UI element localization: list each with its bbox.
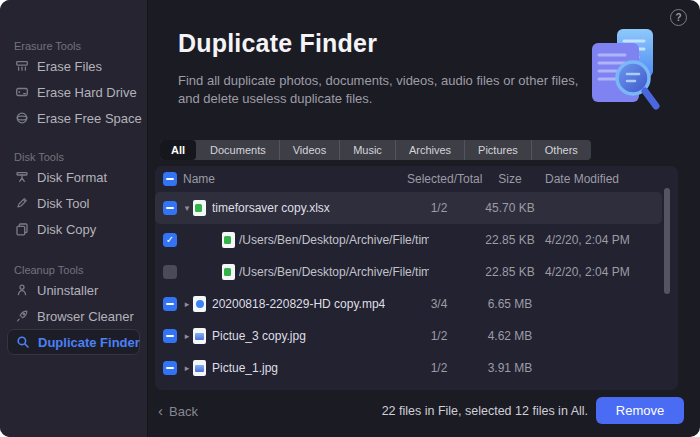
sidebar-section-disk-tools: Disk Tools [14,150,147,164]
selection-status-text: 22 files in File, selected 12 files in A… [382,404,588,418]
video-file-icon [193,296,206,312]
duplicates-table: Name Selected/Total Size Date Modified t… [155,166,678,390]
tab-documents[interactable]: Documents [196,140,279,160]
column-header-name: Name [183,166,215,192]
sidebar-item-erase-files[interactable]: Erase Files [7,53,140,79]
disk-tool-icon [14,196,29,211]
disk-format-icon [14,170,29,185]
duplicate-finder-illustration-icon [590,27,664,119]
disclosure-triangle-icon[interactable] [181,352,193,384]
file-name: Pictue_3 copy.jpg [212,320,306,352]
tab-music[interactable]: Music [339,140,395,160]
size-value: 6.65 MB [472,288,548,320]
row-checkbox[interactable] [163,329,177,343]
file-name: 20200818-220829-HD copy.mp4 [212,288,385,320]
excel-file-icon [222,264,235,280]
selected-total-value: 1/2 [407,320,471,352]
row-checkbox[interactable] [163,233,177,247]
back-label: Back [169,404,198,419]
disk-copy-icon [14,222,29,237]
scrollbar-thumb[interactable] [664,188,670,294]
help-icon[interactable]: ? [670,9,687,26]
column-header-date-modified: Date Modified [545,166,619,192]
tab-videos[interactable]: Videos [279,140,339,160]
sidebar-item-uninstaller[interactable]: Uninstaller [7,277,140,303]
image-file-icon [193,360,206,376]
tab-all[interactable]: All [160,140,196,160]
free-space-icon [14,111,29,126]
sidebar-item-label: Disk Copy [37,222,96,237]
app-window: ? Erasure Tools Erase Files Erase Hard D… [0,0,700,437]
sidebar: Erasure Tools Erase Files Erase Hard Dri… [0,0,148,437]
sidebar-item-duplicate-finder[interactable]: Duplicate Finder [7,329,140,355]
date-modified-value: 4/2/20, 2:04 PM [545,224,630,256]
table-row[interactable]: timeforsaver copy.xlsx 1/2 45.70 KB [155,192,662,224]
disclosure-triangle-icon[interactable] [181,192,193,224]
table-row[interactable]: 20200818-220829-HD copy.mp4 3/4 6.65 MB [155,288,662,320]
excel-file-icon [193,200,206,216]
select-all-checkbox[interactable] [163,172,177,186]
table-row[interactable]: Pictue_1.jpg 1/2 3.91 MB [155,352,662,384]
row-checkbox[interactable] [163,361,177,375]
sidebar-section-erasure-tools: Erasure Tools [14,39,147,53]
disclosure-triangle-icon[interactable] [181,288,193,320]
tab-others[interactable]: Others [531,140,591,160]
image-file-icon [193,328,206,344]
selected-total-value: 3/4 [407,288,471,320]
row-checkbox[interactable] [163,265,177,279]
hard-drive-icon [14,85,29,100]
column-header-size: Size [472,166,548,192]
back-button[interactable]: Back [158,402,198,419]
sidebar-item-erase-hard-drive[interactable]: Erase Hard Drive [7,79,140,105]
table-header: Name Selected/Total Size Date Modified [155,166,678,192]
sidebar-item-label: Uninstaller [37,283,98,298]
row-checkbox[interactable] [163,297,177,311]
disclosure-triangle-icon[interactable] [181,320,193,352]
tab-archives[interactable]: Archives [395,140,464,160]
page-title: Duplicate Finder [178,29,377,58]
size-value: 4.62 MB [472,320,548,352]
date-modified-value: 4/2/20, 2:04 PM [545,256,630,288]
magnifier-icon [15,335,30,350]
file-name: Pictue_1.jpg [212,352,278,384]
sidebar-item-erase-free-space[interactable]: Erase Free Space [7,105,140,131]
sidebar-item-label: Erase Files [37,59,102,74]
sidebar-section-cleanup-tools: Cleanup Tools [14,263,147,277]
file-type-tabs: All Documents Videos Music Archives Pict… [160,140,591,160]
uninstaller-icon [14,283,29,298]
sidebar-item-label: Disk Format [37,170,107,185]
sidebar-item-label: Erase Free Space [37,111,142,126]
table-row[interactable]: /Users/Ben/Desktop/Archive/File/timefors… [155,256,662,288]
size-value: 45.70 KB [472,192,548,224]
browser-cleaner-icon [14,309,29,324]
file-name: timeforsaver copy.xlsx [212,192,330,224]
table-row[interactable]: /Users/Ben/Desktop/Archive/File/timefors… [155,224,662,256]
tab-pictures[interactable]: Pictures [464,140,531,160]
file-path: /Users/Ben/Desktop/Archive/File/timefors… [239,224,429,256]
size-value: 22.85 KB [472,256,548,288]
file-path: /Users/Ben/Desktop/Archive/File/timefors… [239,256,429,288]
excel-file-icon [222,232,235,248]
sidebar-item-label: Erase Hard Drive [37,85,137,100]
row-checkbox[interactable] [163,201,177,215]
table-row[interactable]: Pictue_3 copy.jpg 1/2 4.62 MB [155,320,662,352]
page-description: Find all duplicate photos, documents, vi… [178,72,580,109]
sidebar-item-disk-tool[interactable]: Disk Tool [7,190,140,216]
sidebar-item-disk-format[interactable]: Disk Format [7,164,140,190]
remove-button[interactable]: Remove [596,397,684,424]
column-header-selected-total: Selected/Total [407,166,471,192]
sidebar-item-browser-cleaner[interactable]: Browser Cleaner [7,303,140,329]
sidebar-item-label: Disk Tool [37,196,90,211]
size-value: 22.85 KB [472,224,548,256]
shredder-icon [14,59,29,74]
sidebar-item-label: Browser Cleaner [37,309,134,324]
selected-total-value: 1/2 [407,192,471,224]
sidebar-item-label: Duplicate Finder [38,335,140,350]
selected-total-value: 1/2 [407,352,471,384]
sidebar-item-disk-copy[interactable]: Disk Copy [7,216,140,242]
size-value: 3.91 MB [472,352,548,384]
